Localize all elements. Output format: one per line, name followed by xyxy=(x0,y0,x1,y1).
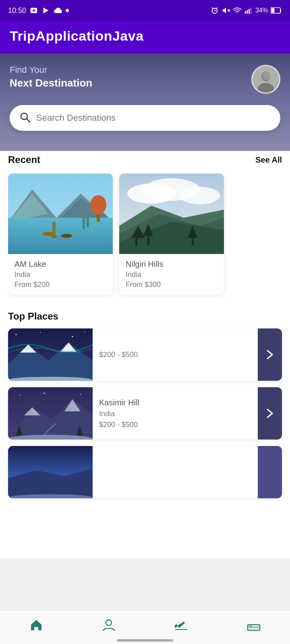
svg-point-53 xyxy=(16,334,17,335)
cloud-icon xyxy=(54,6,62,15)
nilgiri-body: Nilgiri Hills India From $300 xyxy=(119,254,224,295)
svg-rect-12 xyxy=(249,9,250,14)
am-lake-image xyxy=(8,173,113,254)
svg-point-38 xyxy=(180,187,220,204)
svg-rect-13 xyxy=(251,8,252,14)
nilgiri-price: From $300 xyxy=(126,281,218,289)
wifi-icon xyxy=(233,6,242,15)
top-place-2-image xyxy=(8,387,93,440)
svg-point-56 xyxy=(84,331,85,332)
svg-rect-27 xyxy=(52,222,56,238)
svg-point-66 xyxy=(80,394,81,395)
signal-icon xyxy=(244,6,253,15)
nilgiri-image xyxy=(119,173,224,254)
see-all-button[interactable]: See All xyxy=(255,155,282,165)
top-place-1-info: $200 - $500 xyxy=(93,345,258,365)
top-places-title: Top Places xyxy=(8,311,282,322)
nav-hotels[interactable] xyxy=(238,616,269,634)
status-right: 34% xyxy=(210,6,282,15)
top-place-1-image xyxy=(8,328,93,381)
battery-icon xyxy=(271,7,282,14)
next-destination-label: Next Destination xyxy=(10,77,92,89)
svg-point-75 xyxy=(249,625,252,627)
kasimir-hill-country: India xyxy=(99,410,251,418)
top-place-1-action[interactable] xyxy=(258,328,282,381)
svg-rect-15 xyxy=(271,8,275,13)
home-icon xyxy=(29,617,44,633)
kasimir-hill-name: Kasimir Hill xyxy=(99,398,251,407)
top-place-item-3[interactable] xyxy=(8,446,282,498)
top-place-3-action[interactable] xyxy=(258,446,282,498)
svg-line-7 xyxy=(217,8,218,9)
svg-point-1 xyxy=(33,9,35,12)
home-indicator xyxy=(117,639,173,642)
recent-header: Recent See All xyxy=(8,154,282,165)
recent-title: Recent xyxy=(8,154,40,165)
status-left: 10:50 xyxy=(8,6,69,15)
nav-flights[interactable] xyxy=(166,616,197,634)
main-content: Recent See All xyxy=(0,143,290,558)
photo-icon xyxy=(29,6,38,15)
svg-point-55 xyxy=(72,336,73,337)
hero-text: Find Your Next Destination xyxy=(10,65,92,89)
am-lake-body: AM Lake India From $200 xyxy=(8,254,113,295)
nav-profile[interactable] xyxy=(93,616,124,634)
avatar[interactable] xyxy=(251,65,280,94)
recent-card-am-lake[interactable]: AM Lake India From $200 xyxy=(8,173,113,295)
svg-point-64 xyxy=(20,395,21,396)
find-your-label: Find Your xyxy=(10,65,92,75)
svg-rect-32 xyxy=(87,217,89,227)
flights-icon xyxy=(174,617,189,633)
kasimir-hill-price: $200 - $500 xyxy=(99,421,251,429)
top-place-item-2[interactable]: Kasimir Hill India $200 - $500 xyxy=(8,387,282,440)
svg-rect-31 xyxy=(83,217,85,229)
svg-point-65 xyxy=(44,393,45,394)
svg-rect-11 xyxy=(246,10,248,14)
top-place-3-info xyxy=(93,466,258,478)
am-lake-country: India xyxy=(14,270,106,279)
dot-indicator xyxy=(66,9,69,12)
am-lake-name: AM Lake xyxy=(14,260,106,269)
search-icon xyxy=(19,111,31,124)
nilgiri-country: India xyxy=(126,270,218,279)
svg-rect-28 xyxy=(51,236,57,237)
status-bar: 10:50 34% xyxy=(0,0,290,21)
svg-point-29 xyxy=(43,232,54,236)
hero-section: Find Your Next Destination xyxy=(0,54,290,151)
svg-point-19 xyxy=(263,71,270,80)
top-place-3-image xyxy=(8,446,93,498)
svg-point-54 xyxy=(40,332,41,333)
app-header: TripApplicationJava xyxy=(0,21,290,54)
profile-icon xyxy=(101,617,116,633)
svg-line-21 xyxy=(27,119,30,122)
top-place-2-info: Kasimir Hill India $200 - $500 xyxy=(93,392,258,435)
app-title: TripApplicationJava xyxy=(10,28,144,43)
svg-marker-2 xyxy=(44,8,49,14)
top-place-1-price: $200 - $500 xyxy=(99,351,251,359)
mute-icon xyxy=(222,6,230,15)
svg-rect-10 xyxy=(245,11,246,14)
svg-point-70 xyxy=(106,620,112,625)
hero-top: Find Your Next Destination xyxy=(10,65,280,94)
video-icon xyxy=(41,6,50,15)
top-place-2-action[interactable] xyxy=(258,387,282,440)
hotels-icon xyxy=(246,617,261,633)
svg-point-30 xyxy=(61,234,72,238)
svg-line-6 xyxy=(212,8,213,9)
recent-cards-list: AM Lake India From $200 xyxy=(8,173,282,298)
battery-pct: 34% xyxy=(255,7,268,14)
svg-point-34 xyxy=(90,195,106,215)
nav-home[interactable] xyxy=(21,616,52,634)
top-place-item-1[interactable]: $200 - $500 xyxy=(8,328,282,381)
recent-card-nilgiri[interactable]: Nilgiri Hills India From $300 xyxy=(119,173,224,295)
alarm-icon xyxy=(210,6,219,15)
svg-rect-26 xyxy=(8,218,113,254)
time: 10:50 xyxy=(8,6,26,15)
search-bar[interactable] xyxy=(10,105,280,131)
search-input[interactable] xyxy=(36,113,271,123)
nilgiri-name: Nilgiri Hills xyxy=(126,260,218,269)
am-lake-price: From $200 xyxy=(14,281,106,289)
